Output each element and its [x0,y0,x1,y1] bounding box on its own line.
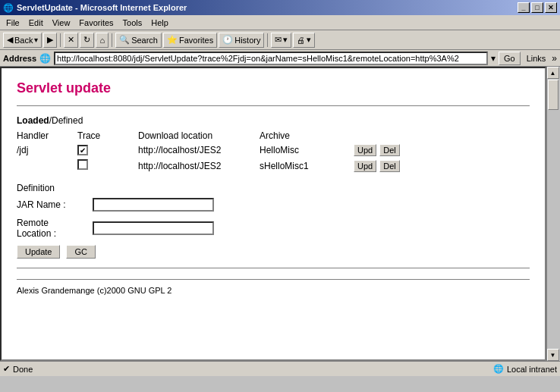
remote-location-row: RemoteLocation : [17,218,530,239]
maximize-button[interactable]: □ [531,2,543,13]
status-icon: ✔ [3,364,10,374]
mail-button[interactable]: ✉ ▾ [271,33,291,48]
col-handler-header: Handler [17,130,77,141]
table-header-row: Handler Trace Download location Archive [17,130,530,141]
back-button[interactable]: ◀ Back ▾ [3,33,42,48]
row2-download: http://localhost/JES2 [138,161,260,171]
table-row: /jdj ✔ http://localhost/JES2 HelloMisc U… [17,144,530,156]
favorites-label: Favorites [179,36,213,45]
intranet-icon: 🌐 [493,364,504,374]
menu-bar: File Edit View Favorites Tools Help [0,15,560,30]
history-label: History [234,36,260,45]
vertical-scrollbar: ▲ ▼ [546,67,558,361]
favorites-button[interactable]: ⭐ Favorites [163,33,217,48]
search-label: Search [131,36,158,45]
toolbar-sep-1 [60,33,61,47]
row1-handler: /jdj [17,145,77,155]
address-input[interactable] [54,52,488,65]
remote-location-label: RemoteLocation : [17,218,93,239]
update-button[interactable]: Update [17,245,60,259]
toolbar-sep-2 [112,33,112,47]
title-bar-controls: _ □ ✕ [518,2,557,13]
close-button[interactable]: ✕ [545,2,557,13]
refresh-icon: ↻ [83,35,90,45]
status-zone-text: Local intranet [507,365,557,374]
home-button[interactable]: ⌂ [96,33,109,48]
row2-del-button[interactable]: Del [379,160,400,172]
row2-upd-button[interactable]: Upd [354,160,376,172]
toolbar-sep-3 [267,33,268,47]
remote-location-input[interactable] [93,221,214,235]
links-arrow-icon: » [552,53,557,64]
defined-label: /Defined [49,115,83,126]
search-icon: 🔍 [119,35,130,45]
content-inner: Servlet update Loaded/Defined Handler Tr… [2,68,545,307]
search-button[interactable]: 🔍 Search [115,33,162,48]
definition-section: Definition JAR Name : RemoteLocation : U… [17,183,530,259]
footer-text: Alexis Grandemange (c)2000 GNU GPL 2 [17,279,530,295]
print-icon: 🖨 [297,36,305,45]
menu-file[interactable]: File [2,17,24,29]
jar-name-input[interactable] [93,198,214,212]
scroll-down-button[interactable]: ▼ [547,349,559,361]
status-done-text: Done [13,365,33,374]
menu-view[interactable]: View [48,17,75,29]
back-label: Back [14,36,33,45]
row1-upd-button[interactable]: Upd [354,144,376,156]
menu-help[interactable]: Help [146,17,173,29]
print-arrow: ▾ [307,35,311,45]
title-bar: 🌐 ServletUpdate - Microsoft Internet Exp… [0,0,560,15]
status-bar: ✔ Done 🌐 Local intranet [0,361,560,376]
home-icon: ⌂ [99,36,105,45]
content-area: Servlet update Loaded/Defined Handler Tr… [0,67,546,361]
row1-download: http://localhost/JES2 [138,145,260,155]
status-right: 🌐 Local intranet [493,364,557,374]
gc-button[interactable]: GC [66,245,96,259]
row2-checkbox[interactable] [77,159,88,170]
address-bar: Address 🌐 ▾ Go Links » [0,50,560,67]
button-row: Update GC [17,245,530,259]
status-left: ✔ Done [3,364,33,374]
go-button[interactable]: Go [499,52,521,65]
menu-edit[interactable]: Edit [24,17,48,29]
row1-trace: ✔ [77,145,138,156]
loaded-label: Loaded [17,115,49,126]
row2-trace [77,159,138,172]
divider-2 [17,268,530,268]
col-download-header: Download location [138,130,260,141]
stop-button[interactable]: ✕ [64,33,78,48]
jar-name-label: JAR Name : [17,199,93,210]
history-button[interactable]: 🕐 History [219,33,264,48]
favorites-icon: ⭐ [167,35,178,45]
address-dropdown-icon[interactable]: ▾ [491,53,496,64]
scroll-up-button[interactable]: ▲ [547,67,559,79]
address-icon: 🌐 [39,53,51,64]
mail-arrow: ▾ [283,35,288,45]
row1-del-button[interactable]: Del [379,144,400,156]
print-button[interactable]: 🖨 ▾ [293,33,315,48]
loaded-defined-label: Loaded/Defined [17,115,530,126]
refresh-button[interactable]: ↻ [80,33,94,48]
page-title: Servlet update [17,80,530,96]
definition-label: Definition [17,183,530,193]
minimize-button[interactable]: _ [518,2,530,13]
menu-tools[interactable]: Tools [118,17,147,29]
address-label: Address [3,54,36,63]
back-arrow: ▾ [34,36,38,44]
divider-1 [17,105,530,106]
scroll-thumb[interactable] [548,80,558,110]
row2-archive: sHelloMisc1 [260,161,351,171]
stop-icon: ✕ [68,35,74,45]
jar-name-row: JAR Name : [17,198,530,212]
toolbar: ◀ Back ▾ ▶ ✕ ↻ ⌂ 🔍 Search ⭐ Favorites 🕐 … [0,30,560,50]
forward-button[interactable]: ▶ [43,33,57,48]
table-row: http://localhost/JES2 sHelloMisc1 Upd De… [17,159,530,172]
browser-body: Servlet update Loaded/Defined Handler Tr… [0,67,560,361]
scroll-track [547,79,559,349]
window-title: ServletUpdate - Microsoft Internet Explo… [17,3,187,12]
links-label: Links [524,54,549,63]
back-icon: ◀ [7,35,13,45]
col-archive-header: Archive [260,130,351,141]
menu-favorites[interactable]: Favorites [74,17,118,29]
row1-checkbox[interactable]: ✔ [77,145,88,155]
